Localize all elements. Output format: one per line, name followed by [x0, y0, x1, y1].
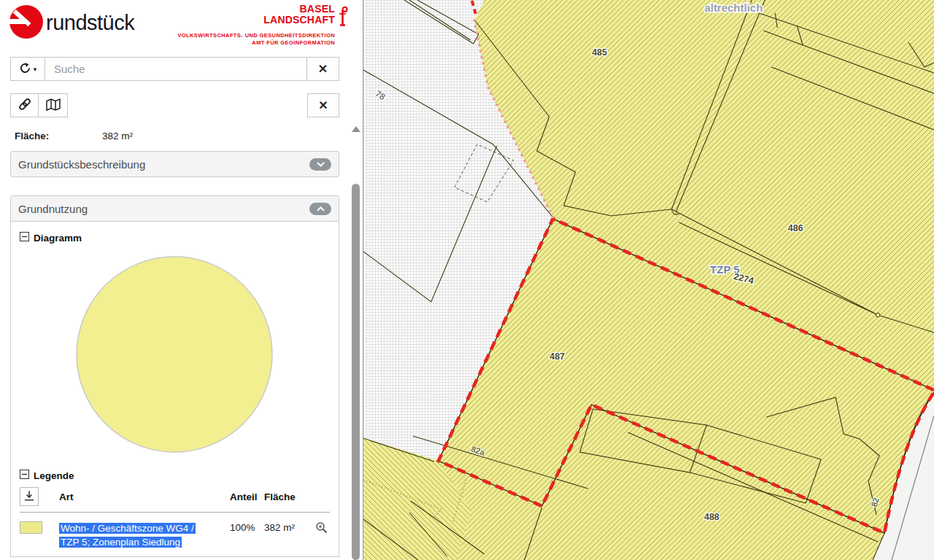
scroll-up-arrow[interactable] [352, 126, 360, 132]
close-icon: ✕ [318, 98, 328, 112]
sidebar-scrollbar [350, 0, 363, 560]
scrollbar-thumb[interactable] [352, 184, 360, 560]
col-header-art: Art [59, 491, 230, 502]
zone-description[interactable]: Wohn- / Geschäftszone WG4 / TZP 5; Zonen… [59, 521, 230, 549]
map-label-parcel-487: 487 [549, 351, 565, 362]
share-link-button[interactable] [10, 93, 39, 117]
area-value: 382 m² [102, 131, 133, 141]
col-header-anteil: Anteil [230, 491, 264, 502]
app-logo-icon [7, 2, 44, 43]
map-label-parcel-486: 486 [788, 223, 803, 233]
zone-share: 100% [230, 521, 264, 533]
panel-title: Grundstücksbeschreibung [18, 158, 145, 171]
legend-label: Legende [34, 470, 74, 481]
legend-table-header: Art Anteil Fläche [20, 487, 330, 513]
close-icon: ✕ [318, 62, 328, 76]
map-label-altrechtlich: altrechtlich [704, 1, 763, 14]
chevron-down-icon[interactable] [309, 158, 331, 171]
pie-slice-100pct [77, 257, 272, 452]
map-icon [45, 98, 61, 114]
link-icon [18, 97, 32, 114]
org-dept-line2: AMT FÜR GEOINFORMATION [177, 39, 335, 47]
download-button[interactable] [20, 487, 39, 506]
map-view-button[interactable] [39, 93, 68, 117]
app-title: rundstück [46, 11, 134, 35]
history-icon [19, 62, 31, 77]
diagram-section-header[interactable]: Diagramm [20, 232, 330, 244]
map-label-parcel-485: 485 [592, 47, 607, 58]
caret-down-icon: ▾ [34, 66, 37, 73]
toolbar: ✕ [10, 93, 339, 117]
map-viewport[interactable]: altrechtlich 485 78 486 TZP 5 2274 487 8… [363, 0, 934, 560]
app-header: rundstück BASEL LANDSCHAFT [0, 0, 350, 50]
download-icon [23, 490, 35, 504]
legend-table-row[interactable]: Wohn- / Geschäftszone WG4 / TZP 5; Zonen… [20, 513, 330, 549]
sidebar: rundstück BASEL LANDSCHAFT [0, 0, 350, 560]
area-summary: Fläche: 382 m² [15, 131, 350, 141]
search-bar: ▾ ✕ [10, 57, 339, 81]
col-header-flaeche: Fläche [264, 491, 310, 502]
org-block: BASEL LANDSCHAFT VOLKSWIRTSCHAFTS- UND G… [177, 4, 348, 47]
legend-section-header[interactable]: Legende [20, 470, 330, 481]
grundnutzung-body: Diagramm Legende [10, 222, 339, 557]
zone-description-line1: Wohn- / Geschäftszone WG4 / [59, 523, 196, 534]
legend-table: Art Anteil Fläche Wohn- / Geschäftszone … [20, 487, 330, 549]
collapse-minus-icon [20, 470, 29, 481]
area-label: Fläche: [15, 131, 102, 141]
map-label-parcel-488: 488 [704, 512, 719, 522]
search-history-button[interactable]: ▾ [10, 57, 45, 81]
org-dept-line1: VOLKSWIRTSCHAFTS- UND GESUNDHEITSDIREKTI… [177, 32, 335, 39]
basel-crest-icon [337, 4, 348, 29]
zone-color-swatch [20, 521, 59, 537]
pie-chart [20, 246, 330, 462]
diagram-label: Diagramm [34, 233, 82, 244]
search-clear-button[interactable]: ✕ [307, 57, 339, 81]
collapse-minus-icon [20, 232, 29, 244]
survey-point [876, 313, 880, 317]
zone-area: 382 m² [264, 521, 310, 533]
org-name-line1: BASEL [263, 4, 335, 15]
panel-close-button[interactable]: ✕ [307, 93, 339, 117]
panel-grundnutzung[interactable]: Grundnutzung [10, 195, 339, 222]
search-input[interactable] [45, 57, 307, 81]
panel-grundstuecksbeschreibung[interactable]: Grundstücksbeschreibung [10, 151, 339, 177]
panel-title: Grundnutzung [18, 203, 88, 215]
app-window: rundstück BASEL LANDSCHAFT [0, 0, 934, 560]
org-name-line2: LANDSCHAFT [263, 15, 335, 26]
chevron-up-icon[interactable] [309, 203, 331, 215]
zoom-to-zone-button[interactable] [310, 521, 330, 534]
zone-description-line2: TZP 5; Zonenplan Siedlung [59, 537, 182, 548]
